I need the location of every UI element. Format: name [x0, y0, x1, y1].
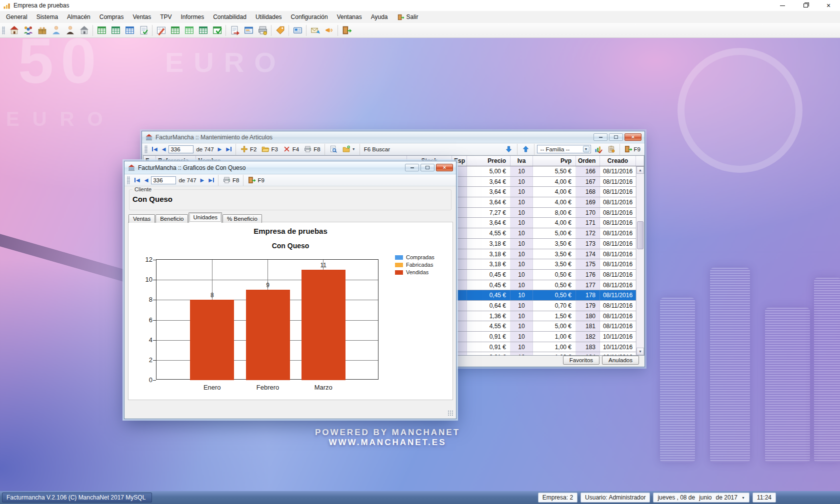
nav-last-button[interactable]: ▶	[224, 146, 233, 152]
familia-combobox[interactable]: -- Familia -- ▼	[537, 145, 591, 153]
orders-table-icon[interactable]	[182, 24, 196, 37]
menu-item-tpv[interactable]: TPV	[156, 11, 176, 22]
record-number-input[interactable]	[151, 176, 176, 184]
delivery-check-icon[interactable]	[137, 24, 150, 37]
nav-prev-button[interactable]: ◀	[143, 177, 150, 183]
nav-next-button[interactable]: ▶	[199, 177, 206, 183]
menu-item-ventas[interactable]: Ventas	[128, 11, 156, 22]
tab--beneficio[interactable]: % Beneficio	[222, 214, 262, 223]
menu-item-configuracion[interactable]: Configuración	[286, 11, 332, 22]
print-button[interactable]: F8	[302, 144, 322, 154]
warehouse-icon[interactable]	[78, 24, 90, 37]
add-record-button[interactable]: F2	[238, 144, 258, 154]
delete-record-button[interactable]: F4	[281, 144, 300, 154]
refresh-chart-button[interactable]	[592, 144, 604, 154]
purchase-table-icon[interactable]	[168, 24, 182, 37]
company-home-icon[interactable]	[8, 24, 20, 37]
header-pvp[interactable]: Pvp	[533, 156, 576, 166]
graficos-restore-button[interactable]	[420, 164, 434, 171]
euro-watermark-50: 50	[18, 38, 103, 97]
nav-prev-button[interactable]: ◀	[160, 146, 168, 152]
articulos-close-button[interactable]: ×	[624, 133, 642, 141]
open-record-button[interactable]: F3	[260, 144, 279, 154]
tab-unidades[interactable]: Unidades	[188, 212, 222, 223]
vertical-scrollbar[interactable]: ▲ ▼	[636, 166, 644, 355]
menu-item-utilidades[interactable]: Utilidades	[251, 11, 286, 22]
resize-grip[interactable]	[448, 410, 454, 417]
nav-last-button[interactable]: ▶	[207, 177, 216, 183]
menu-item-sistema[interactable]: Sistema	[32, 11, 62, 22]
statusbar-time: 11:24	[752, 493, 776, 503]
exit-f9-button[interactable]: F9	[246, 175, 266, 185]
invoice-table-icon[interactable]	[123, 24, 136, 37]
menu-item-general[interactable]: General	[2, 11, 32, 22]
price-tag-icon[interactable]	[274, 24, 286, 37]
stock-table-icon[interactable]	[196, 24, 210, 37]
toolbar-grip[interactable]	[127, 176, 130, 184]
export-doc-icon[interactable]	[228, 24, 241, 37]
user-groups-icon[interactable]	[22, 24, 34, 37]
sort-up-button[interactable]	[520, 144, 532, 154]
nav-first-button[interactable]: ◀	[133, 177, 142, 183]
preview-search-button[interactable]	[328, 144, 339, 154]
record-number-input[interactable]	[168, 145, 194, 153]
scrollbar-thumb[interactable]	[637, 221, 644, 249]
statusbar-date[interactable]: jueves , 08 de junio de 2017 ▼	[653, 493, 749, 503]
header-creado[interactable]: Creado	[600, 156, 636, 166]
graficos-minimize-button[interactable]	[405, 164, 419, 171]
favoritos-button[interactable]: Favoritos	[563, 356, 600, 365]
exit-door-icon[interactable]	[340, 24, 353, 37]
anulados-button[interactable]: Anulados	[602, 356, 639, 365]
folder-add-dropdown[interactable]: ▼	[340, 144, 357, 154]
tab-ventas[interactable]: Ventas	[128, 214, 155, 223]
id-card-icon[interactable]	[291, 24, 304, 37]
client-user-icon[interactable]	[50, 24, 62, 37]
scroll-up-button[interactable]: ▲	[636, 166, 644, 174]
graficos-window-controls: ×	[405, 164, 453, 171]
approve-table-icon[interactable]	[210, 24, 224, 37]
menu-item-ayuda[interactable]: Ayuda	[366, 11, 392, 22]
graficos-titlebar[interactable]: FacturMancha :: Graficos de Con Queso ×	[124, 161, 456, 174]
send-mail-icon[interactable]	[308, 24, 322, 37]
edit-table-icon[interactable]	[154, 24, 168, 37]
search-f6-button[interactable]: F6 Buscar	[362, 146, 392, 153]
cash-printer-icon[interactable]	[256, 24, 269, 37]
menu-item-informes[interactable]: Informes	[176, 11, 208, 22]
close-button[interactable]: ×	[817, 0, 840, 11]
customers-box-icon[interactable]	[36, 24, 48, 37]
announce-horn-icon[interactable]	[322, 24, 336, 37]
budget-table-icon[interactable]	[109, 24, 122, 37]
menu-item-compras[interactable]: Compras	[95, 11, 128, 22]
graficos-close-button[interactable]: ×	[436, 164, 453, 171]
header-precio[interactable]: Precio	[467, 156, 510, 166]
articulos-toolbar: ◀ ◀ de 747 ▶ ▶ F2 F3 F4 F8 ▼ F6 Buscar	[142, 143, 644, 155]
articulos-titlebar[interactable]: FacturMancha :: Mantenimiento de Articul…	[142, 131, 644, 143]
articulos-minimize-button[interactable]	[594, 133, 608, 141]
report-window-icon[interactable]	[242, 24, 255, 37]
header-orden[interactable]: Orden	[576, 156, 600, 166]
menu-item-salir[interactable]: Salir	[392, 11, 423, 23]
nav-next-button[interactable]: ▶	[216, 146, 224, 152]
nav-first-button[interactable]: ◀	[150, 146, 159, 152]
articulos-restore-button[interactable]	[609, 133, 623, 141]
maximize-button[interactable]	[794, 0, 817, 11]
toolbar-grip[interactable]	[144, 145, 148, 153]
header-filler	[636, 156, 644, 166]
scroll-down-button[interactable]: ▼	[636, 348, 644, 355]
clipboard-button[interactable]	[606, 144, 617, 154]
delete-record-label: F4	[292, 146, 299, 152]
cell-creado: 08/11/2016	[600, 239, 636, 249]
exit-f9-button[interactable]: F9	[622, 144, 642, 154]
tab-beneficio[interactable]: Beneficio	[156, 214, 188, 223]
toolbar-grip[interactable]	[2, 26, 5, 34]
print-button[interactable]: F8	[221, 175, 240, 185]
sales-table-icon[interactable]	[95, 24, 108, 37]
agent-user-icon[interactable]	[64, 24, 76, 37]
sort-down-button[interactable]	[503, 144, 514, 154]
header-iva[interactable]: Iva	[510, 156, 533, 166]
menu-item-contabilidad[interactable]: Contabilidad	[208, 11, 251, 22]
menu-item-almacen[interactable]: Almacén	[62, 11, 95, 22]
menu-item-ventanas[interactable]: Ventanas	[332, 11, 366, 22]
minimize-button[interactable]	[771, 0, 794, 11]
cell-pvp: 1,50 €	[533, 311, 576, 321]
